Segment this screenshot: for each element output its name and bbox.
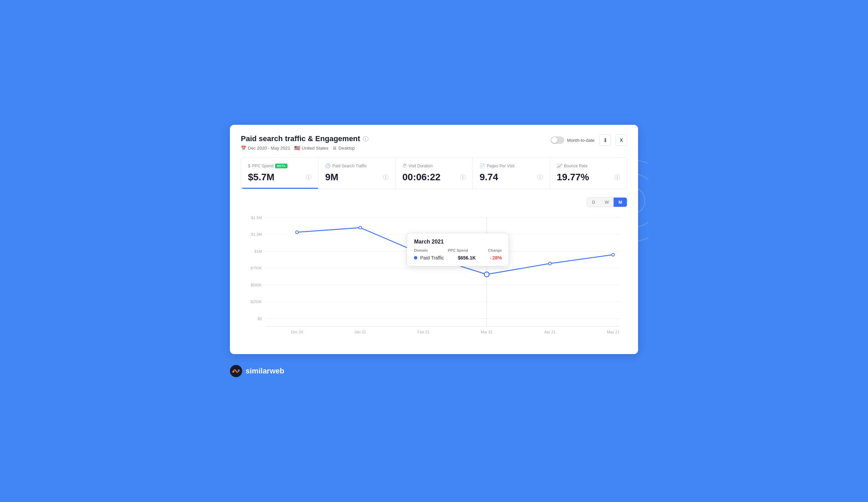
country-item[interactable]: 🇺🇸 United States xyxy=(294,145,328,151)
point-apr[interactable] xyxy=(549,262,551,265)
metric-ppc-spend[interactable]: $ PPC Spend BETA $5.7M i xyxy=(241,158,318,189)
svg-text:Jan 21: Jan 21 xyxy=(354,330,366,334)
ppc-spend-value: $5.7M i xyxy=(248,172,311,183)
device-item[interactable]: 🖥 Desktop xyxy=(332,145,355,151)
bounce-icon: 📈 xyxy=(557,163,562,168)
ppc-info-icon[interactable]: i xyxy=(306,174,311,180)
paid-traffic-label: 🕐 Paid Search Traffic xyxy=(325,163,389,168)
svg-point-26 xyxy=(232,371,234,373)
svg-text:$1M: $1M xyxy=(255,249,262,253)
header-right: Month-to-date ⬇ X xyxy=(551,134,627,146)
chart-area: D W M $1.5M xyxy=(241,197,627,343)
download-icon: ⬇ xyxy=(603,137,608,144)
month-to-date-toggle[interactable] xyxy=(551,136,564,144)
bounce-rate-label: 📈 Bounce Rate xyxy=(557,163,620,168)
similarweb-logo-icon xyxy=(230,365,242,377)
header-left: Paid search traffic & Engagement i 📅 Dec… xyxy=(241,134,368,151)
timer-icon: ⏱ xyxy=(402,163,407,168)
chart-line xyxy=(297,227,613,274)
chart-svg-container: $1.5M $1.3M $1M $750K $500K $250K $0 Dec… xyxy=(241,213,627,343)
time-btn-d[interactable]: D xyxy=(587,198,600,207)
toggle-label: Month-to-date xyxy=(567,138,595,143)
point-dec[interactable] xyxy=(296,231,298,234)
time-btn-m[interactable]: M xyxy=(613,198,627,207)
point-jan[interactable] xyxy=(359,226,362,229)
card-title: Paid search traffic & Engagement i xyxy=(241,134,368,143)
pages-info-icon[interactable]: i xyxy=(537,174,543,180)
svg-text:$500K: $500K xyxy=(251,283,262,287)
download-button[interactable]: ⬇ xyxy=(599,134,611,146)
beta-badge: BETA xyxy=(275,164,287,168)
calendar-icon: 📅 xyxy=(241,145,246,151)
card-meta: 📅 Dec 2020 - May 2021 🇺🇸 United States 🖥… xyxy=(241,145,368,151)
metrics-row: $ PPC Spend BETA $5.7M i 🕐 Paid Search T… xyxy=(241,157,627,189)
paid-traffic-value: 9M i xyxy=(325,172,389,183)
title-info-icon[interactable]: i xyxy=(363,136,368,142)
bounce-info-icon[interactable]: i xyxy=(614,174,620,180)
pages-per-visit-value: 9.74 i xyxy=(479,172,543,183)
desktop-icon: 🖥 xyxy=(332,145,337,151)
svg-text:$750K: $750K xyxy=(251,266,262,270)
logo-bar: similarweb xyxy=(230,365,638,377)
clock-icon: 🕐 xyxy=(325,163,331,168)
svg-text:$1.3M: $1.3M xyxy=(251,232,262,236)
card-header: Paid search traffic & Engagement i 📅 Dec… xyxy=(241,134,627,151)
pages-icon: 📄 xyxy=(479,163,485,168)
metric-bounce-rate[interactable]: 📈 Bounce Rate 19.77% i xyxy=(550,158,627,189)
title-text: Paid search traffic & Engagement xyxy=(241,134,360,143)
device-label: Desktop xyxy=(339,145,355,151)
dollar-icon: $ xyxy=(248,163,250,168)
excel-button[interactable]: X xyxy=(616,134,627,146)
line-chart: $1.5M $1.3M $1M $750K $500K $250K $0 Dec… xyxy=(241,213,627,342)
toggle-container: Month-to-date xyxy=(551,136,595,144)
point-mar[interactable] xyxy=(484,272,489,277)
paid-traffic-info-icon[interactable]: i xyxy=(383,174,389,180)
visit-duration-value: 00:06:22 i xyxy=(402,172,466,183)
svg-point-27 xyxy=(238,369,240,371)
time-buttons: D W M xyxy=(587,197,627,207)
ppc-spend-label: $ PPC Spend BETA xyxy=(248,163,311,168)
time-btn-w[interactable]: W xyxy=(600,198,613,207)
date-range: Dec 2020 - May 2021 xyxy=(248,145,290,151)
point-feb[interactable] xyxy=(422,253,425,256)
main-card: Paid search traffic & Engagement i 📅 Dec… xyxy=(230,125,638,354)
bounce-rate-value: 19.77% i xyxy=(557,172,620,183)
svg-text:Feb 21: Feb 21 xyxy=(417,330,429,334)
excel-icon: X xyxy=(620,137,623,143)
svg-text:Dec 20: Dec 20 xyxy=(291,330,303,334)
chart-controls: D W M xyxy=(241,197,627,207)
svg-text:$250K: $250K xyxy=(251,300,262,304)
logo-text: similarweb xyxy=(246,367,285,376)
point-may[interactable] xyxy=(612,253,614,256)
metric-pages-per-visit[interactable]: 📄 Pages Per Visit 9.74 i xyxy=(473,158,550,189)
svg-text:May 21: May 21 xyxy=(607,330,619,334)
flag-icon: 🇺🇸 xyxy=(294,145,300,151)
metric-paid-traffic[interactable]: 🕐 Paid Search Traffic 9M i xyxy=(318,158,395,189)
svg-text:$0: $0 xyxy=(258,317,262,321)
visit-duration-label: ⏱ Visit Duration xyxy=(402,163,466,168)
svg-text:Apr 21: Apr 21 xyxy=(544,330,556,334)
visit-duration-info-icon[interactable]: i xyxy=(460,174,466,180)
pages-per-visit-label: 📄 Pages Per Visit xyxy=(479,163,543,168)
svg-text:Mar 21: Mar 21 xyxy=(480,330,493,334)
svg-text:$1.5M: $1.5M xyxy=(251,216,262,220)
metric-visit-duration[interactable]: ⏱ Visit Duration 00:06:22 i xyxy=(395,158,473,189)
country-label: United States xyxy=(302,145,328,151)
date-range-item: 📅 Dec 2020 - May 2021 xyxy=(241,145,290,151)
